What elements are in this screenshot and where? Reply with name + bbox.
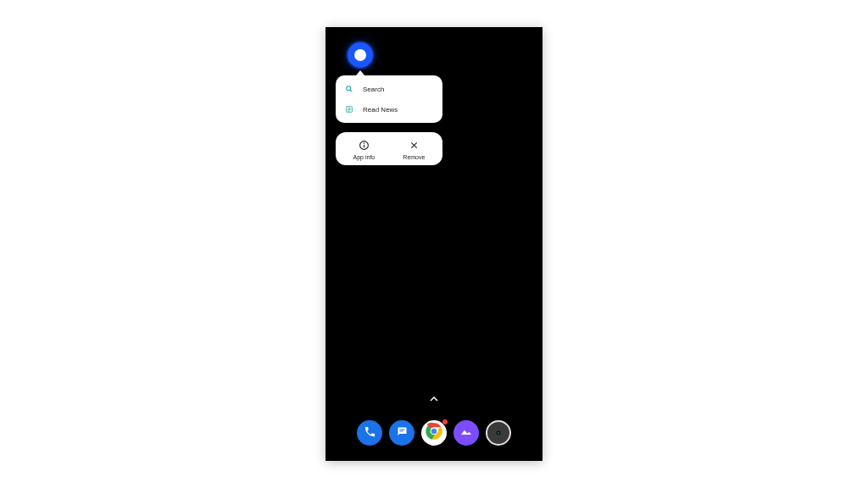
- dock-messages[interactable]: [389, 420, 415, 446]
- phone-icon: [364, 425, 376, 441]
- messages-icon: [396, 425, 409, 441]
- dock-photos[interactable]: [453, 420, 479, 446]
- photos-icon: [459, 424, 473, 441]
- search-icon: [344, 84, 354, 94]
- action-popup: App info Remove: [336, 132, 442, 165]
- svg-point-0: [347, 86, 351, 91]
- shortcut-read-news[interactable]: Read News: [336, 99, 442, 119]
- shortcut-label: Search: [363, 86, 384, 93]
- shortcut-popup: Search Read News: [336, 75, 442, 123]
- close-icon: [408, 139, 420, 151]
- dock-chrome[interactable]: [421, 420, 447, 446]
- android-home-screen: Search Read News App info: [326, 27, 542, 461]
- svg-line-1: [350, 90, 352, 92]
- svg-point-15: [431, 429, 437, 435]
- app-icon-dragged[interactable]: [348, 42, 373, 68]
- notification-dot-icon: [442, 419, 448, 424]
- app-drawer-handle[interactable]: [430, 394, 438, 403]
- shortcut-search[interactable]: Search: [336, 79, 442, 99]
- info-icon: [358, 139, 370, 151]
- news-icon: [344, 104, 354, 114]
- svg-point-8: [364, 142, 364, 143]
- action-label: Remove: [403, 154, 425, 160]
- dock-phone[interactable]: [357, 420, 382, 446]
- remove-button[interactable]: Remove: [403, 139, 425, 160]
- app-info-button[interactable]: App info: [353, 139, 376, 160]
- action-label: App info: [353, 154, 376, 160]
- camera-lens-icon: [494, 425, 503, 441]
- shortcut-label: Read News: [363, 106, 398, 114]
- dock: [326, 420, 542, 446]
- dock-camera[interactable]: [486, 420, 511, 446]
- app-icon-inner: [354, 49, 366, 61]
- chrome-icon: [423, 420, 445, 446]
- svg-point-17: [498, 432, 499, 434]
